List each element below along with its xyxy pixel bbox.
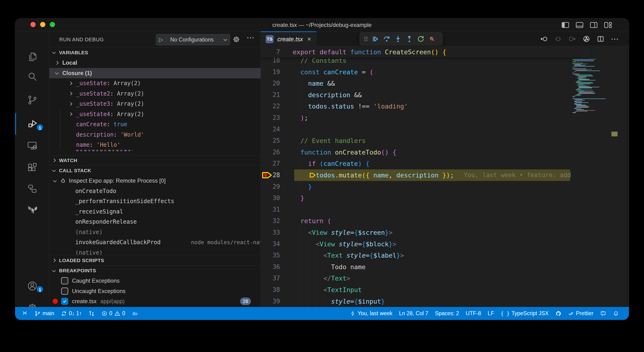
explorer-icon[interactable] bbox=[15, 47, 49, 66]
line-number[interactable]: 29 bbox=[261, 181, 280, 193]
breakpoint-row[interactable]: create.tsxapp/(app)28 bbox=[49, 296, 261, 307]
git-branch-status[interactable]: main bbox=[34, 310, 54, 317]
line-number[interactable]: 30 bbox=[261, 192, 280, 204]
code-line[interactable]: 25 // Event handlers bbox=[261, 135, 629, 146]
step-into-icon[interactable] bbox=[392, 33, 404, 44]
twisty-icon[interactable] bbox=[53, 179, 57, 182]
code-line[interactable]: 37 </Text> bbox=[261, 273, 629, 284]
code-line[interactable]: 39 style={$input} bbox=[261, 296, 629, 307]
step-over-icon[interactable] bbox=[381, 33, 392, 44]
customize-layout-icon[interactable] bbox=[604, 20, 612, 29]
breakpoint-row[interactable]: Caught Exceptions bbox=[49, 276, 261, 286]
source-control-icon[interactable] bbox=[15, 91, 49, 109]
code-area[interactable]: 18 // Constants19 const canCreate = (20 … bbox=[261, 46, 629, 307]
split-editor-icon[interactable] bbox=[595, 33, 606, 44]
breakpoint-checkbox[interactable] bbox=[61, 288, 68, 295]
run-and-debug-icon[interactable]: 1 bbox=[15, 114, 49, 133]
stack-frame-row[interactable]: (native) bbox=[49, 227, 261, 237]
feedback-icon[interactable] bbox=[600, 311, 606, 317]
code-line[interactable]: 26 function onCreateTodo() { bbox=[261, 146, 629, 158]
sync-changes-status[interactable]: 0↓ 1↑ bbox=[61, 310, 82, 317]
references-icon[interactable] bbox=[15, 179, 49, 198]
line-number[interactable]: 28 bbox=[261, 169, 280, 181]
section-header-variables[interactable]: VARIABLES bbox=[49, 47, 260, 57]
debug-session-row[interactable]: Inspect Expo app: Remote Process [0] bbox=[49, 176, 261, 186]
line-number[interactable]: 20 bbox=[261, 78, 280, 89]
compare-changes-icon[interactable] bbox=[88, 311, 95, 317]
tab-create-tsx[interactable]: TS create.tsx × bbox=[261, 31, 316, 46]
variable-row[interactable]: _useState3: Array(2) bbox=[49, 99, 261, 109]
variable-row[interactable]: _useState4: Array(2) bbox=[49, 109, 261, 119]
blame-source-status[interactable]: You, last week bbox=[350, 310, 392, 317]
disconnect-icon[interactable] bbox=[426, 33, 438, 44]
twisty-icon[interactable] bbox=[55, 71, 59, 74]
restart-icon[interactable] bbox=[415, 33, 426, 44]
toggle-primary-sidebar-icon[interactable] bbox=[561, 20, 570, 29]
line-number[interactable]: 35 bbox=[261, 250, 280, 261]
twisty-icon[interactable] bbox=[55, 61, 59, 65]
remote-explorer-icon[interactable] bbox=[15, 136, 49, 155]
code-line[interactable]: 29 } bbox=[261, 181, 629, 193]
line-number[interactable]: 21 bbox=[261, 89, 280, 101]
tab-close-icon[interactable]: × bbox=[307, 36, 311, 42]
line-number[interactable]: 27 bbox=[261, 158, 280, 169]
code-line[interactable]: 27 if (canCreate) { bbox=[261, 158, 629, 169]
code-line[interactable]: 30 } bbox=[261, 192, 629, 204]
line-number[interactable]: 36 bbox=[261, 261, 280, 273]
views-more-actions-icon[interactable]: ⋯ bbox=[246, 33, 254, 42]
twisty-icon[interactable] bbox=[69, 102, 72, 106]
line-number[interactable]: 24 bbox=[261, 124, 280, 135]
twisty-icon[interactable] bbox=[69, 112, 72, 116]
section-header-watch[interactable]: WATCH bbox=[49, 155, 260, 165]
navigate-back-icon[interactable] bbox=[538, 33, 550, 44]
variable-scope-row[interactable]: Local bbox=[49, 57, 261, 68]
section-header-call-stack[interactable]: CALL STACK bbox=[49, 165, 260, 176]
line-number[interactable]: 25 bbox=[261, 135, 280, 146]
variable-row[interactable]: name: 'Hello' bbox=[49, 140, 261, 150]
editor-more-actions-icon[interactable]: ⋯ bbox=[609, 33, 620, 44]
stack-frame-row[interactable]: _performTransitionSideEffects bbox=[49, 196, 261, 206]
formatter-status[interactable]: Prettier bbox=[568, 310, 594, 317]
step-out-icon[interactable] bbox=[404, 33, 415, 44]
notifications-bell-icon[interactable] bbox=[613, 311, 619, 317]
section-header-breakpoints[interactable]: BREAKPOINTS bbox=[49, 265, 260, 276]
stack-frame-row[interactable]: onResponderRelease bbox=[49, 217, 261, 227]
code-line[interactable]: 24 bbox=[261, 124, 629, 135]
accounts-icon[interactable]: 1 bbox=[15, 277, 49, 295]
twisty-icon[interactable] bbox=[69, 92, 72, 95]
debug-session-status-icon[interactable] bbox=[132, 311, 138, 317]
code-line[interactable]: 35 <Text style={$label}> bbox=[261, 250, 629, 261]
stack-frame-row[interactable]: _receiveSignal bbox=[49, 206, 261, 217]
variable-row[interactable]: canCreate: true bbox=[49, 119, 261, 129]
terraform-icon[interactable] bbox=[15, 200, 49, 219]
code-line[interactable]: 31 bbox=[261, 204, 629, 215]
indentation-status[interactable]: Spaces: 2 bbox=[435, 310, 459, 317]
sticky-scroll-line[interactable]: 7export default function CreateScreen() … bbox=[261, 46, 590, 58]
line-number[interactable]: 38 bbox=[261, 284, 280, 296]
code-line[interactable]: 28 todos.mutate({ name, description });Y… bbox=[261, 169, 629, 181]
breakpoint-checkbox[interactable] bbox=[61, 298, 68, 305]
debug-settings-gear-icon[interactable] bbox=[232, 35, 240, 43]
search-icon[interactable] bbox=[15, 67, 49, 86]
navigate-forward-icon[interactable] bbox=[566, 33, 578, 44]
line-number[interactable]: 23 bbox=[261, 112, 280, 124]
code-line[interactable]: 32 return ( bbox=[261, 215, 629, 227]
continue-icon[interactable] bbox=[370, 33, 381, 44]
github-icon[interactable] bbox=[555, 311, 562, 317]
line-number[interactable]: 31 bbox=[261, 204, 280, 215]
line-number[interactable]: 26 bbox=[261, 146, 280, 158]
line-number[interactable]: 32 bbox=[261, 215, 280, 227]
toolbar-drag-handle[interactable] bbox=[362, 33, 370, 44]
cursor-position-status[interactable]: Ln 28, Col 7 bbox=[399, 310, 428, 317]
minimap[interactable] bbox=[572, 59, 612, 113]
line-number[interactable]: 19 bbox=[261, 66, 280, 78]
line-number[interactable]: 22 bbox=[261, 100, 280, 112]
timeline-icon[interactable] bbox=[581, 33, 592, 44]
code-line[interactable]: 23 ); bbox=[261, 112, 629, 124]
toggle-panel-icon[interactable] bbox=[575, 20, 584, 29]
line-number[interactable]: 34 bbox=[261, 238, 280, 250]
line-number[interactable]: 37 bbox=[261, 273, 280, 284]
code-line[interactable]: 33 <View style={$screen}> bbox=[261, 227, 629, 238]
encoding-status[interactable]: UTF-8 bbox=[466, 310, 481, 317]
breakpoint-row[interactable]: Uncaught Exceptions bbox=[49, 286, 261, 296]
